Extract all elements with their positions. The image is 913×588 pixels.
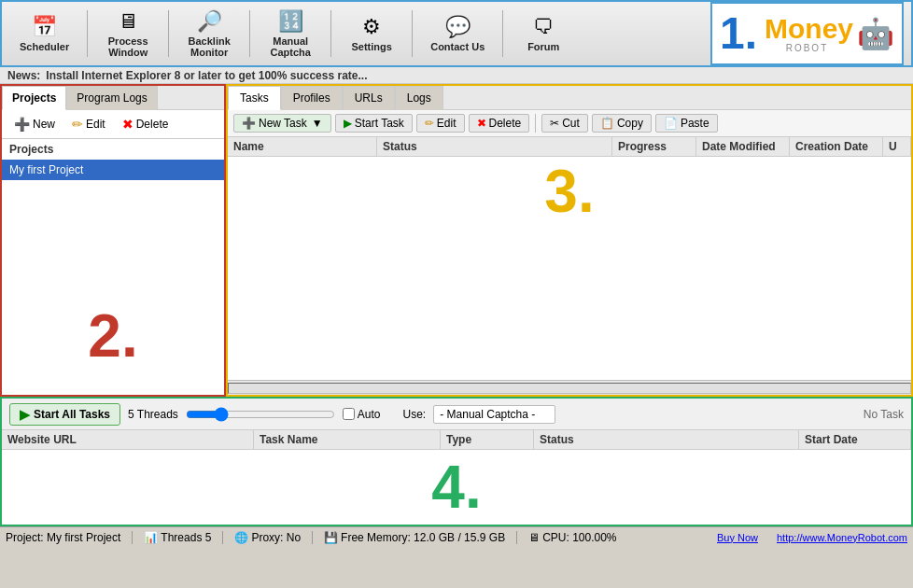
site-link[interactable]: http://www.MoneyRobot.com [777,532,907,543]
edit-button[interactable]: ✏ Edit [65,114,112,134]
cut-icon: ✂ [550,117,559,130]
manual-captcha-button[interactable]: 🔢 ManualCaptcha [258,6,323,62]
tab-logs[interactable]: Logs [395,86,443,110]
copy-icon: 📋 [600,117,614,130]
col-extra: U [883,137,911,156]
news-ticker: News: Install Internet Explorer 8 or lat… [0,67,913,84]
edit-icon: ✏ [72,117,83,132]
status-sep-3 [312,531,313,544]
cut-button[interactable]: ✂ Cut [541,114,588,133]
divider-4 [330,10,331,57]
task-body: 3. [228,157,911,343]
backlink-monitor-label: BacklinkMonitor [189,35,231,58]
delete-icon: ✖ [122,117,133,132]
buy-now-link[interactable]: Buy Now [717,532,758,543]
news-prefix: News: [7,69,40,82]
scheduler-label: Scheduler [20,41,69,52]
copy-button[interactable]: 📋 Copy [592,114,652,133]
new-icon: ➕ [14,117,30,132]
new-task-icon: ➕ [242,117,256,130]
project-item[interactable]: My first Project [2,160,224,180]
captcha-select[interactable]: - Manual Captcha - [433,405,555,424]
contact-us-button[interactable]: 💬 Contact Us [420,6,495,62]
scheduler-button[interactable]: 📅 Scheduler [9,6,79,62]
backlink-monitor-button[interactable]: 🔎 BacklinkMonitor [176,6,242,62]
col-status: Status [377,137,612,156]
section3-label: 3. [228,157,911,226]
projects-title: Projects [2,139,224,160]
tab-program-logs[interactable]: Program Logs [66,86,157,110]
divider-5 [412,10,413,57]
col-progress: Progress [612,137,696,156]
main-area: Projects Program Logs ➕ New ✏ Edit ✖ Del… [0,84,913,397]
no-task-label: No Task [864,408,904,421]
tab-projects[interactable]: Projects [2,86,66,110]
left-tab-bar: Projects Program Logs [2,86,224,110]
settings-button[interactable]: ⚙ Settings [339,6,404,62]
forum-button[interactable]: 🗨 Forum [511,6,576,62]
horizontal-scrollbar[interactable] [228,380,911,395]
robot-icon: 🤖 [857,16,894,51]
project-status-label: Project: My first Project [6,531,120,544]
col-name: Name [228,137,377,156]
memory-icon: 💾 [324,531,338,544]
right-edit-label: Edit [437,117,456,130]
start-task-label: Start Task [355,117,404,130]
threads-slider[interactable] [186,407,335,422]
proxy-status: 🌐 Proxy: No [234,531,301,544]
right-panel: Tasks Profiles URLs Logs ➕ New Task ▼ ▶ … [226,84,913,397]
bt-col-url: Website URL [2,430,254,449]
start-all-label: Start All Tasks [34,408,110,421]
tab-urls[interactable]: URLs [343,86,395,110]
cpu-status: 🖥 CPU: 100.00% [528,531,616,544]
start-task-button[interactable]: ▶ Start Task [335,114,413,133]
settings-label: Settings [351,41,391,52]
left-toolbar: ➕ New ✏ Edit ✖ Delete [2,110,224,139]
memory-status: 💾 Free Memory: 12.0 GB / 15.9 GB [324,531,505,544]
new-task-button[interactable]: ➕ New Task ▼ [233,114,331,133]
new-task-dropdown-icon[interactable]: ▼ [312,117,323,130]
divider-3 [249,10,250,57]
bottom-panel: ▶ Start All Tasks 5 Threads Auto Use: - … [0,397,913,526]
main-toolbar: 📅 Scheduler 🖥 ProcessWindow 🔎 BacklinkMo… [0,0,913,67]
right-delete-label: Delete [489,117,522,130]
contact-us-icon: 💬 [445,15,471,39]
copy-label: Copy [617,117,643,130]
auto-checkbox[interactable] [343,408,355,420]
start-task-icon: ▶ [344,117,352,130]
project-status: Project: My first Project [6,531,120,544]
proxy-label: Proxy: No [251,531,301,544]
process-window-label: ProcessWindow [108,35,148,58]
bottom-toolbar: ▶ Start All Tasks 5 Threads Auto Use: - … [2,399,911,430]
paste-icon: 📄 [664,117,678,130]
cpu-label: CPU: 100.00% [542,531,616,544]
tab-profiles[interactable]: Profiles [281,86,343,110]
status-sep-2 [222,531,223,544]
paste-button[interactable]: 📄 Paste [655,114,718,133]
right-delete-button[interactable]: ✖ Delete [469,114,530,133]
process-window-button[interactable]: 🖥 ProcessWindow [95,6,161,62]
right-edit-button[interactable]: ✏ Edit [416,114,465,133]
threads-status-label: Threads 5 [161,531,211,544]
logo-robot: ROBOT [786,43,829,53]
bt-col-task: Task Name [254,430,441,449]
bt-col-date: Start Date [799,430,911,449]
auto-checkbox-label[interactable]: Auto [343,408,381,421]
contact-us-label: Contact Us [430,41,485,52]
manual-captcha-label: ManualCaptcha [270,35,310,58]
start-all-tasks-button[interactable]: ▶ Start All Tasks [9,403,120,426]
manual-captcha-icon: 🔢 [278,9,303,34]
new-button[interactable]: ➕ New [7,114,62,134]
cut-label: Cut [562,117,580,130]
section4-label: 4. [2,450,911,525]
bottom-body: 4. [2,450,911,525]
delete-button[interactable]: ✖ Delete [116,114,176,134]
cpu-icon: 🖥 [528,531,540,544]
settings-icon: ⚙ [362,15,381,39]
start-all-icon: ▶ [20,407,30,422]
logo-money: Money [765,15,853,43]
tab-tasks[interactable]: Tasks [228,86,281,110]
bottom-table-header: Website URL Task Name Type Status Start … [2,430,911,450]
backlink-monitor-icon: 🔎 [197,9,222,34]
section2-label: 2. [2,277,224,395]
